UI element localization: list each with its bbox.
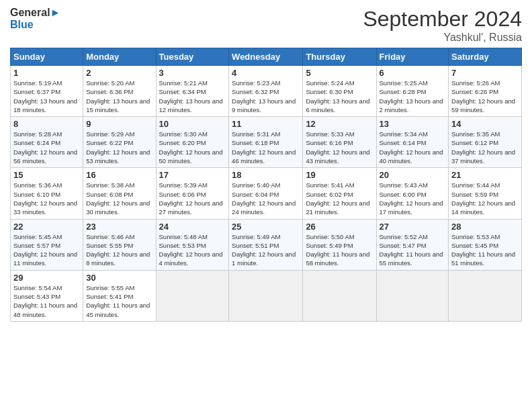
day-detail: Sunrise: 5:20 AMSunset: 6:36 PMDaylight:… — [86, 79, 152, 114]
day-cell: 23 Sunrise: 5:46 AMSunset: 5:55 PMDaylig… — [83, 219, 156, 270]
day-number: 3 — [159, 68, 226, 78]
day-cell: 13 Sunrise: 5:34 AMSunset: 6:14 PMDaylig… — [376, 117, 449, 168]
day-cell — [229, 270, 303, 321]
day-number: 22 — [13, 222, 80, 232]
header: General► Blue September 2024 Yashkul', R… — [10, 7, 522, 44]
day-detail: Sunrise: 5:33 AMSunset: 6:16 PMDaylight:… — [306, 130, 373, 165]
day-number: 24 — [159, 222, 226, 232]
month-title: September 2024 — [363, 7, 522, 32]
day-detail: Sunrise: 5:54 AMSunset: 5:43 PMDaylight:… — [13, 283, 80, 319]
day-cell — [156, 270, 229, 321]
page-container: General► Blue September 2024 Yashkul', R… — [0, 0, 532, 328]
day-number: 14 — [451, 119, 519, 129]
day-cell: 24 Sunrise: 5:48 AMSunset: 5:53 PMDaylig… — [156, 219, 229, 270]
day-detail: Sunrise: 5:53 AMSunset: 5:45 PMDaylight:… — [451, 232, 519, 268]
weekday-header-saturday: Saturday — [449, 48, 522, 66]
day-cell — [449, 270, 522, 321]
location: Yashkul', Russia — [363, 32, 522, 44]
day-detail: Sunrise: 5:49 AMSunset: 5:51 PMDaylight:… — [232, 232, 300, 268]
day-number: 13 — [380, 119, 446, 129]
day-cell: 27 Sunrise: 5:52 AMSunset: 5:47 PMDaylig… — [376, 219, 449, 270]
day-detail: Sunrise: 5:23 AMSunset: 6:32 PMDaylight:… — [232, 79, 300, 114]
day-number: 15 — [13, 170, 80, 180]
week-row-2: 8 Sunrise: 5:28 AMSunset: 6:24 PMDayligh… — [11, 117, 522, 168]
day-detail: Sunrise: 5:45 AMSunset: 5:57 PMDaylight:… — [13, 232, 80, 268]
day-cell: 8 Sunrise: 5:28 AMSunset: 6:24 PMDayligh… — [11, 117, 83, 168]
day-detail: Sunrise: 5:25 AMSunset: 6:28 PMDaylight:… — [380, 79, 446, 114]
weekday-header-friday: Friday — [376, 48, 449, 66]
title-block: September 2024 Yashkul', Russia — [363, 7, 522, 44]
calendar-table: SundayMondayTuesdayWednesdayThursdayFrid… — [10, 48, 522, 322]
day-detail: Sunrise: 5:21 AMSunset: 6:34 PMDaylight:… — [159, 79, 226, 114]
day-cell: 1 Sunrise: 5:19 AMSunset: 6:37 PMDayligh… — [11, 66, 83, 117]
day-detail: Sunrise: 5:24 AMSunset: 6:30 PMDaylight:… — [306, 79, 373, 114]
week-row-3: 15 Sunrise: 5:36 AMSunset: 6:10 PMDaylig… — [11, 168, 522, 219]
day-cell: 22 Sunrise: 5:45 AMSunset: 5:57 PMDaylig… — [11, 219, 83, 270]
day-number: 20 — [380, 170, 446, 180]
day-number: 5 — [306, 68, 373, 78]
weekday-header-thursday: Thursday — [303, 48, 376, 66]
day-cell: 2 Sunrise: 5:20 AMSunset: 6:36 PMDayligh… — [83, 66, 156, 117]
day-detail: Sunrise: 5:34 AMSunset: 6:14 PMDaylight:… — [380, 130, 446, 165]
day-number: 23 — [86, 222, 152, 232]
day-detail: Sunrise: 5:43 AMSunset: 6:00 PMDaylight:… — [380, 181, 446, 216]
day-number: 10 — [159, 119, 226, 129]
day-number: 12 — [306, 119, 373, 129]
day-number: 16 — [86, 170, 152, 180]
day-cell: 6 Sunrise: 5:25 AMSunset: 6:28 PMDayligh… — [376, 66, 449, 117]
day-cell: 18 Sunrise: 5:40 AMSunset: 6:04 PMDaylig… — [229, 168, 303, 219]
day-cell: 9 Sunrise: 5:29 AMSunset: 6:22 PMDayligh… — [83, 117, 156, 168]
day-detail: Sunrise: 5:41 AMSunset: 6:02 PMDaylight:… — [306, 181, 373, 216]
day-cell: 19 Sunrise: 5:41 AMSunset: 6:02 PMDaylig… — [303, 168, 376, 219]
day-number: 9 — [86, 119, 152, 129]
day-number: 8 — [13, 119, 80, 129]
day-cell — [376, 270, 449, 321]
week-row-1: 1 Sunrise: 5:19 AMSunset: 6:37 PMDayligh… — [11, 66, 522, 117]
week-row-5: 29 Sunrise: 5:54 AMSunset: 5:43 PMDaylig… — [11, 270, 522, 321]
day-detail: Sunrise: 5:48 AMSunset: 5:53 PMDaylight:… — [159, 232, 226, 268]
day-detail: Sunrise: 5:30 AMSunset: 6:20 PMDaylight:… — [159, 130, 226, 165]
day-cell: 10 Sunrise: 5:30 AMSunset: 6:20 PMDaylig… — [156, 117, 229, 168]
day-cell: 3 Sunrise: 5:21 AMSunset: 6:34 PMDayligh… — [156, 66, 229, 117]
day-number: 26 — [306, 222, 373, 232]
week-row-4: 22 Sunrise: 5:45 AMSunset: 5:57 PMDaylig… — [11, 219, 522, 270]
day-cell: 21 Sunrise: 5:44 AMSunset: 5:59 PMDaylig… — [449, 168, 522, 219]
day-cell: 20 Sunrise: 5:43 AMSunset: 6:00 PMDaylig… — [376, 168, 449, 219]
weekday-header-tuesday: Tuesday — [156, 48, 229, 66]
day-cell: 7 Sunrise: 5:26 AMSunset: 6:26 PMDayligh… — [449, 66, 522, 117]
day-detail: Sunrise: 5:19 AMSunset: 6:37 PMDaylight:… — [13, 79, 80, 114]
day-number: 29 — [13, 273, 80, 283]
day-number: 30 — [86, 273, 152, 283]
day-number: 18 — [232, 170, 300, 180]
day-cell: 5 Sunrise: 5:24 AMSunset: 6:30 PMDayligh… — [303, 66, 376, 117]
day-detail: Sunrise: 5:29 AMSunset: 6:22 PMDaylight:… — [86, 130, 152, 165]
day-cell: 30 Sunrise: 5:55 AMSunset: 5:41 PMDaylig… — [83, 270, 156, 321]
day-number: 4 — [232, 68, 300, 78]
day-detail: Sunrise: 5:46 AMSunset: 5:55 PMDaylight:… — [86, 232, 152, 268]
day-detail: Sunrise: 5:35 AMSunset: 6:12 PMDaylight:… — [451, 130, 519, 165]
day-detail: Sunrise: 5:50 AMSunset: 5:49 PMDaylight:… — [306, 232, 373, 268]
weekday-header-monday: Monday — [83, 48, 156, 66]
day-cell: 12 Sunrise: 5:33 AMSunset: 6:16 PMDaylig… — [303, 117, 376, 168]
day-detail: Sunrise: 5:52 AMSunset: 5:47 PMDaylight:… — [380, 232, 446, 268]
day-detail: Sunrise: 5:36 AMSunset: 6:10 PMDaylight:… — [13, 181, 80, 216]
day-number: 21 — [451, 170, 519, 180]
day-number: 27 — [380, 222, 446, 232]
day-detail: Sunrise: 5:40 AMSunset: 6:04 PMDaylight:… — [232, 181, 300, 216]
day-cell: 14 Sunrise: 5:35 AMSunset: 6:12 PMDaylig… — [449, 117, 522, 168]
day-number: 28 — [451, 222, 519, 232]
day-number: 7 — [451, 68, 519, 78]
day-detail: Sunrise: 5:44 AMSunset: 5:59 PMDaylight:… — [451, 181, 519, 216]
day-detail: Sunrise: 5:28 AMSunset: 6:24 PMDaylight:… — [13, 130, 80, 165]
day-cell: 28 Sunrise: 5:53 AMSunset: 5:45 PMDaylig… — [449, 219, 522, 270]
day-cell: 11 Sunrise: 5:31 AMSunset: 6:18 PMDaylig… — [229, 117, 303, 168]
day-number: 17 — [159, 170, 226, 180]
day-number: 6 — [380, 68, 446, 78]
day-cell: 15 Sunrise: 5:36 AMSunset: 6:10 PMDaylig… — [11, 168, 83, 219]
day-cell: 4 Sunrise: 5:23 AMSunset: 6:32 PMDayligh… — [229, 66, 303, 117]
day-cell: 29 Sunrise: 5:54 AMSunset: 5:43 PMDaylig… — [11, 270, 83, 321]
day-number: 19 — [306, 170, 373, 180]
day-number: 25 — [232, 222, 300, 232]
day-cell — [303, 270, 376, 321]
weekday-header-row: SundayMondayTuesdayWednesdayThursdayFrid… — [11, 48, 522, 66]
